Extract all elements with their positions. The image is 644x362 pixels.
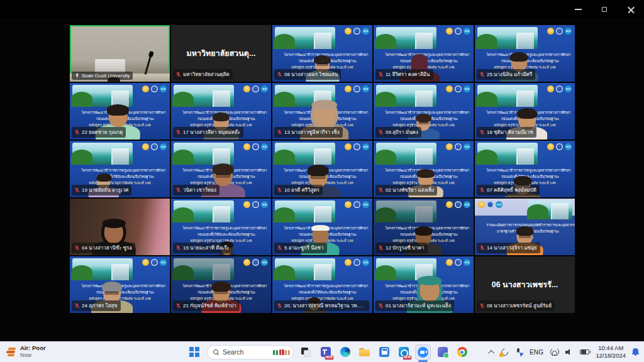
participant-tile[interactable]: HCDโครงการพัฒนาข้าราชการครูและบุคลากรทาง… (374, 256, 474, 313)
edge-taskbar-button[interactable] (337, 344, 353, 360)
mic-off-icon (479, 187, 485, 193)
campus-building-image (477, 143, 538, 165)
emblem-badge-icon (345, 143, 352, 150)
participant-name-label: มหาวิทยาลัยสวนดุสิต (173, 69, 233, 80)
weather-widget[interactable]: Air: Poor Now (6, 345, 46, 358)
participant-tile[interactable]: HCDโครงการพัฒนาข้าราชการครูและบุคลากรทาง… (374, 83, 474, 140)
outlook-taskbar-button[interactable]: NEW (396, 344, 411, 360)
tray-overflow-button[interactable] (490, 350, 494, 354)
sync-status-button[interactable] (501, 348, 509, 356)
close-button[interactable] (618, 0, 644, 19)
participant-tile[interactable]: HCDโครงการพัฒนาข้าราชการครูและบุคลากรทาง… (272, 141, 372, 197)
task-view-taskbar-button[interactable] (298, 344, 314, 360)
university-seal-icon (455, 28, 462, 35)
hcd-badge-icon: HCD (261, 85, 268, 92)
microphone-icon (515, 348, 523, 356)
mic-off-icon (175, 129, 181, 135)
background-badges: HCD (243, 85, 268, 92)
participant-name-label: 21 กัญจน์รัชต์ พิมพ์จำปา (173, 300, 240, 311)
participant-tile[interactable]: HCDโครงการพัฒนาข้าราชการครูและบุคลากรทาง… (374, 141, 474, 197)
teams-taskbar-button[interactable]: NEW (318, 344, 333, 360)
mic-off-icon (378, 129, 384, 135)
participant-name: 07 คติศิสุทธิ์ พงษ์สมบัติ (487, 186, 536, 194)
participant-tile[interactable]: HCDโครงการพัฒนาข้าราชการครูและบุคลากรทาง… (70, 256, 170, 313)
mic-off-icon (175, 303, 181, 309)
minimize-button[interactable] (565, 0, 591, 19)
participant-tile[interactable]: HCDโครงการพัฒนาข้าราชการครูและบุคลากรทาง… (272, 83, 372, 140)
participant-tile[interactable]: HCDโครงการพัฒนาข้าราชการครูและบุคลากรทาง… (272, 256, 372, 313)
hcd-badge-icon: HCD (261, 201, 268, 208)
participant-tile[interactable]: HCDโครงการพัฒนาข้าราชการครูและบุคลากรทาง… (272, 199, 372, 255)
participant-name: 10 อรดี ศรีวิสูตร (284, 186, 319, 194)
mic-off-icon (175, 72, 181, 77)
participant-tile[interactable]: HCDโครงการพัฒนาข้าราชการครูและบุคลากรทาง… (171, 141, 271, 197)
participant-tile[interactable]: HCDโครงการพัฒนาข้าราชการครูและบุคลากรทาง… (475, 25, 575, 82)
mic-off-icon (74, 245, 80, 251)
battery-button[interactable] (580, 349, 589, 355)
mic-location-button[interactable] (515, 348, 523, 356)
store-taskbar-button[interactable] (376, 344, 392, 360)
windows-logo-icon (189, 347, 199, 357)
participant-tile[interactable]: มหาวิทยาลัยสวนดุ...มหาวิทยาลัยสวนดุสิต (171, 25, 271, 82)
emblem-badge-icon (345, 85, 352, 92)
restore-button[interactable] (591, 0, 618, 19)
participant-tile[interactable]: Suan Dusit University (70, 25, 170, 82)
glasses (519, 235, 531, 238)
campus-building-image (376, 143, 436, 165)
file-explorer-icon (359, 348, 370, 356)
remote-desktop-taskbar-button[interactable] (435, 344, 450, 360)
participant-name-label: 14 นางสาวสุจิรา แซ่อุ่ย (477, 243, 540, 253)
campus-building-image (174, 143, 234, 165)
glasses (216, 174, 231, 177)
participant-tile[interactable]: HCDโครงการพัฒนาข้าราชการครูและบุคลากรทาง… (374, 199, 474, 255)
participant-tile[interactable]: 04 นางสาวฮานีซ๊ะ ซูรอ (70, 199, 170, 255)
clock[interactable]: 10:44 AM 12/18/2024 (596, 344, 626, 359)
start-button[interactable] (186, 344, 203, 360)
participant-tile[interactable]: HCDโครงการพัฒนาข้าราชการครูและบุคลากรทาง… (171, 83, 271, 140)
participant-name-label: 25.นางนิลิน แก้วมีศรี (477, 69, 535, 80)
hcd-badge-icon: HCD (362, 143, 369, 150)
participant-tile[interactable]: HCDโครงการพัฒนาข้าราชการครูและบุคลากรทาง… (171, 199, 271, 255)
volume-button[interactable] (565, 349, 574, 356)
participant-name: 11 ธีริศรา คงคาลีมีน (386, 70, 430, 79)
network-button[interactable] (550, 349, 559, 356)
mic-off-icon (378, 187, 384, 193)
participant-name-label: 10 อรดี ศรีวิสูตร (274, 185, 323, 195)
language-indicator[interactable]: ENG (530, 349, 544, 356)
participant-tile[interactable]: HCDโครงการพัฒนาข้าราชการครูและบุคลากรทาง… (272, 25, 372, 82)
file-explorer-taskbar-button[interactable] (357, 344, 372, 360)
participant-name: 04 นางสาวฮานีซ๊ะ ซูรอ (82, 244, 132, 252)
hcd-badge-icon: HCD (362, 259, 369, 266)
air-quality-icon (6, 348, 16, 356)
hcd-badge-icon: HCD (160, 85, 167, 92)
participant-name: 16 ชุติมา ศิลามณีเวช (487, 128, 533, 136)
background-badges: HCD (446, 28, 470, 35)
university-seal-icon (151, 259, 158, 266)
hcd-badge-icon: HCD (565, 28, 572, 35)
campus-building-image (477, 27, 538, 49)
background-badges: HCD (446, 85, 470, 92)
participant-tile[interactable]: HCDโครงการพัฒนาข้าราชการครูและบุคลากรทาง… (70, 83, 170, 140)
participant-tile[interactable]: HCDโครงการพัฒนาข้าราชการครูและบุคลากรทาง… (475, 83, 575, 140)
campus-building-image (376, 200, 436, 222)
participant-tile[interactable]: HCDโครงการพัฒนาข้าราชการครูและบุคลากรทาง… (70, 141, 170, 197)
background-badges: HCD (446, 201, 470, 208)
chrome-taskbar-button[interactable] (454, 344, 470, 360)
glasses (316, 63, 328, 66)
participant-name-label: 22 ยอดชาย กุลเกตุ (72, 127, 126, 138)
participant-name-label: 20. นางสาวปราณี พรหมวิฐาน วท.ปัตตานี (274, 300, 369, 311)
participant-name: 08 นางสาวอมร ไชยแสน (284, 70, 338, 79)
hcd-badge-icon: HCD (464, 85, 470, 92)
participant-tile[interactable]: HCDโครงการพัฒนาข้าราชการครูและบุคลากรทาง… (475, 141, 575, 197)
person-head (420, 279, 440, 301)
participant-tile[interactable]: HCDโครงการพัฒนาข้าราชการครูและบุคลากรทาง… (171, 256, 271, 313)
participant-tile[interactable]: HCDรายละเอียดการการกรอกคุณสมบัติข้าราชกา… (475, 199, 575, 255)
notifications-button[interactable] (632, 348, 639, 356)
hcd-badge-icon: HCD (565, 85, 572, 92)
participant-tile[interactable]: 06 นางสาวเพชรรั...06 นางสาวเพชรรัตน์ สูน… (475, 256, 575, 313)
search-input[interactable]: Search (207, 345, 294, 359)
mic-off-icon (74, 129, 80, 135)
campus-building-image (477, 85, 538, 107)
participant-tile[interactable]: HCDโครงการพัฒนาข้าราชการครูและบุคลากรทาง… (374, 25, 474, 82)
zoom-taskbar-button[interactable] (415, 344, 431, 360)
